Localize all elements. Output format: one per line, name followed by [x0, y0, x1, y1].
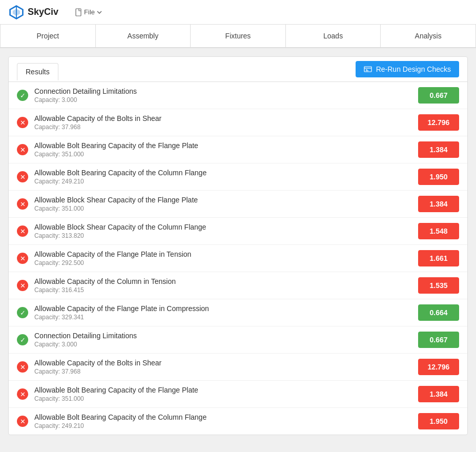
- result-info: Allowable Block Shear Capacity of the Co…: [34, 223, 412, 239]
- result-value: 1.548: [418, 223, 459, 239]
- result-row: ✓ Connection Detailing Limitations Capac…: [9, 82, 467, 109]
- result-value: 12.796: [418, 114, 459, 131]
- result-value: 0.667: [418, 87, 459, 104]
- x-icon: ✕: [17, 198, 28, 210]
- result-value: 1.535: [418, 277, 459, 294]
- rerun-icon: [364, 65, 372, 73]
- result-name: Allowable Block Shear Capacity of the Fl…: [34, 196, 412, 204]
- tab-analysis[interactable]: Analysis: [381, 25, 476, 47]
- file-menu[interactable]: File: [71, 6, 106, 18]
- x-icon: ✕: [17, 388, 28, 400]
- main-content: Results Re-Run Design Checks ✓ Connectio…: [0, 48, 476, 443]
- result-name: Allowable Capacity of the Bolts in Shear: [34, 114, 412, 122]
- result-name: Allowable Capacity of the Flange Plate i…: [34, 250, 412, 258]
- result-name: Allowable Bolt Bearing Capacity of the F…: [34, 386, 412, 394]
- result-capacity: Capacity: 329.341: [34, 314, 412, 321]
- result-name: Allowable Capacity of the Flange Plate i…: [34, 304, 412, 313]
- result-capacity: Capacity: 37.968: [34, 368, 412, 375]
- result-name: Allowable Bolt Bearing Capacity of the C…: [34, 413, 412, 421]
- x-icon: ✕: [17, 280, 28, 291]
- result-value: 12.796: [418, 359, 459, 375]
- results-list: ✓ Connection Detailing Limitations Capac…: [9, 82, 467, 435]
- logo: SkyCiv: [8, 4, 58, 20]
- file-icon: [75, 8, 82, 16]
- result-value: 1.384: [418, 141, 459, 158]
- result-info: Allowable Block Shear Capacity of the Fl…: [34, 196, 412, 212]
- result-info: Allowable Capacity of the Bolts in Shear…: [34, 114, 412, 131]
- result-capacity: Capacity: 351.000: [34, 151, 412, 158]
- result-row: ✕ Allowable Bolt Bearing Capacity of the…: [9, 408, 467, 435]
- result-capacity: Capacity: 249.210: [34, 178, 412, 185]
- results-panel: Results Re-Run Design Checks ✓ Connectio…: [8, 56, 468, 435]
- result-name: Connection Detailing Limitations: [34, 87, 412, 95]
- result-value: 1.384: [418, 196, 459, 212]
- x-icon: ✕: [17, 253, 28, 264]
- results-header: Results Re-Run Design Checks: [9, 57, 467, 82]
- result-info: Allowable Bolt Bearing Capacity of the F…: [34, 141, 412, 158]
- nav-tabs: Project Assembly Fixtures Loads Analysis: [0, 25, 476, 48]
- result-row: ✕ Allowable Block Shear Capacity of the …: [9, 191, 467, 218]
- result-info: Connection Detailing Limitations Capacit…: [34, 332, 412, 348]
- result-info: Connection Detailing Limitations Capacit…: [34, 87, 412, 104]
- result-name: Allowable Capacity of the Bolts in Shear: [34, 359, 412, 367]
- tab-loads[interactable]: Loads: [286, 25, 381, 47]
- result-capacity: Capacity: 3.000: [34, 96, 412, 104]
- result-value: 0.667: [418, 332, 459, 348]
- rerun-button-label: Re-Run Design Checks: [376, 65, 451, 73]
- result-capacity: Capacity: 37.968: [34, 124, 412, 131]
- x-icon: ✕: [17, 144, 28, 155]
- rerun-design-checks-button[interactable]: Re-Run Design Checks: [356, 61, 459, 77]
- result-row: ✕ Allowable Capacity of the Flange Plate…: [9, 245, 467, 272]
- result-info: Allowable Bolt Bearing Capacity of the F…: [34, 386, 412, 402]
- result-row: ✕ Allowable Bolt Bearing Capacity of the…: [9, 163, 467, 191]
- result-capacity: Capacity: 316.415: [34, 286, 412, 294]
- result-row: ✓ Allowable Capacity of the Flange Plate…: [9, 299, 467, 326]
- result-row: ✕ Allowable Capacity of the Column in Te…: [9, 272, 467, 299]
- result-name: Allowable Bolt Bearing Capacity of the C…: [34, 169, 412, 177]
- result-info: Allowable Bolt Bearing Capacity of the C…: [34, 169, 412, 185]
- result-row: ✕ Allowable Block Shear Capacity of the …: [9, 218, 467, 245]
- result-info: Allowable Bolt Bearing Capacity of the C…: [34, 413, 412, 429]
- check-icon: ✓: [17, 334, 28, 345]
- result-row: ✓ Connection Detailing Limitations Capac…: [9, 326, 467, 354]
- result-name: Allowable Block Shear Capacity of the Co…: [34, 223, 412, 231]
- result-capacity: Capacity: 292.500: [34, 259, 412, 266]
- x-icon: ✕: [17, 416, 28, 427]
- file-menu-label: File: [84, 8, 95, 16]
- app-header: SkyCiv File: [0, 0, 476, 25]
- tab-project[interactable]: Project: [0, 25, 96, 47]
- x-icon: ✕: [17, 361, 28, 373]
- result-name: Allowable Bolt Bearing Capacity of the F…: [34, 141, 412, 150]
- check-icon: ✓: [17, 307, 28, 318]
- result-info: Allowable Capacity of the Column in Tens…: [34, 277, 412, 294]
- result-row: ✕ Allowable Bolt Bearing Capacity of the…: [9, 381, 467, 408]
- result-row: ✕ Allowable Bolt Bearing Capacity of the…: [9, 136, 467, 163]
- x-icon: ✕: [17, 171, 28, 182]
- result-info: Allowable Capacity of the Flange Plate i…: [34, 250, 412, 266]
- result-capacity: Capacity: 3.000: [34, 341, 412, 348]
- result-capacity: Capacity: 249.210: [34, 422, 412, 429]
- result-value: 1.950: [418, 413, 459, 429]
- result-capacity: Capacity: 351.000: [34, 205, 412, 212]
- tab-assembly[interactable]: Assembly: [96, 25, 191, 47]
- svg-rect-3: [76, 9, 81, 16]
- result-value: 1.661: [418, 250, 459, 266]
- result-name: Connection Detailing Limitations: [34, 332, 412, 340]
- result-info: Allowable Capacity of the Flange Plate i…: [34, 304, 412, 321]
- skyciv-logo-icon: [8, 4, 25, 20]
- x-icon: ✕: [17, 117, 28, 128]
- chevron-down-icon: [97, 11, 102, 14]
- result-value: 1.950: [418, 169, 459, 185]
- check-icon: ✓: [17, 90, 28, 101]
- results-tab[interactable]: Results: [17, 63, 58, 80]
- result-row: ✕ Allowable Capacity of the Bolts in She…: [9, 354, 467, 381]
- result-capacity: Capacity: 351.000: [34, 395, 412, 402]
- result-info: Allowable Capacity of the Bolts in Shear…: [34, 359, 412, 375]
- logo-text: SkyCiv: [28, 7, 58, 17]
- result-row: ✕ Allowable Capacity of the Bolts in She…: [9, 109, 467, 136]
- result-capacity: Capacity: 313.820: [34, 232, 412, 239]
- tab-fixtures[interactable]: Fixtures: [191, 25, 286, 47]
- x-icon: ✕: [17, 225, 28, 237]
- result-value: 1.384: [418, 386, 459, 402]
- result-value: 0.664: [418, 304, 459, 321]
